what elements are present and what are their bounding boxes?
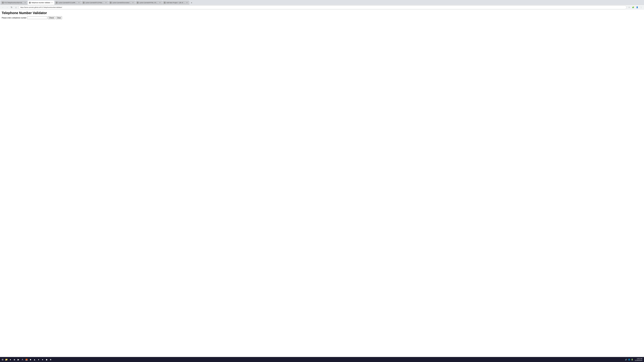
tab-tab5[interactable]: GLanie-Carmelo/Docnotes/Artis...✕: [108, 1, 135, 5]
tray-network-icon[interactable]: 🌐: [628, 358, 630, 361]
browser-chrome: GFCCTelephoneNumberValidator/...✕TTeleph…: [0, 0, 644, 10]
tab-tab4[interactable]: GLanie-Carmelo/FCCPokemonSea...✕: [82, 1, 108, 5]
tab-tab3[interactable]: GLanie-Carmelo/FCCushRegister...✕: [54, 1, 81, 5]
tray-battery-icon[interactable]: 🔋: [631, 358, 634, 361]
new-tab-button[interactable]: +: [190, 1, 194, 5]
tab-favicon-tab6: G: [137, 2, 138, 3]
taskbar-app-app1[interactable]: ■: [29, 358, 32, 361]
taskbar-app-terminal[interactable]: ▶: [16, 358, 20, 361]
clock-time: 4:05 AM: [635, 358, 642, 360]
tab-favicon-tab5: G: [110, 2, 112, 3]
extensions-button[interactable]: 🧩: [631, 5, 635, 9]
tab-tab2[interactable]: TTelephone Number Validator✕: [28, 1, 54, 5]
taskbar-app-android-studio[interactable]: A: [21, 358, 24, 361]
clear-button[interactable]: Clear: [56, 16, 62, 19]
start-button[interactable]: ⊞: [1, 358, 4, 361]
forward-button[interactable]: →: [5, 5, 9, 9]
nav-bar: ← → ↻ ⌂ ☆ 🧩 👤 ⋮: [0, 5, 644, 10]
tab-label-tab6: Lanie-Carmelo/HTML-Cheat-Sh...: [139, 2, 158, 3]
tab-label-tab1: FCCTelephoneNumberValidator/...: [4, 2, 24, 3]
form-row: Please enter a telephone number Check Cl…: [2, 16, 642, 19]
clock-date: 11/30/2024: [635, 360, 642, 361]
taskbar-app-vs-code[interactable]: ◈: [12, 358, 16, 361]
tab-close-tab5[interactable]: ✕: [132, 2, 134, 4]
tab-favicon-tab2: T: [29, 2, 31, 3]
bookmark-button[interactable]: ☆: [627, 5, 631, 9]
profile-button[interactable]: 👤: [635, 5, 639, 9]
tab-bar: GFCCTelephoneNumberValidator/...✕TTeleph…: [0, 0, 644, 5]
tab-favicon-tab1: G: [2, 2, 4, 3]
tab-favicon-tab4: G: [83, 2, 84, 3]
tab-label-tab5: Lanie-Carmelo/Docnotes/Artis...: [112, 2, 131, 3]
home-button[interactable]: ⌂: [14, 5, 18, 9]
tab-tab6[interactable]: GLanie-Carmelo/HTML-Cheat-Sh...✕: [136, 1, 162, 5]
taskbar-app-app5[interactable]: ◆: [45, 358, 48, 361]
system-tray: 🔊 🌐 🔋: [625, 358, 634, 361]
tab-tab7[interactable]: GAdd New Project - Life of a Para...✕: [162, 1, 189, 5]
taskbar-app-file-explorer[interactable]: 📁: [4, 358, 8, 361]
tab-close-tab4[interactable]: ✕: [105, 2, 107, 4]
tray-sound-icon[interactable]: 🔊: [625, 358, 628, 361]
tab-favicon-tab7: G: [164, 2, 166, 3]
tab-tab1[interactable]: GFCCTelephoneNumberValidator/...✕: [1, 1, 28, 5]
page-title: Telephone Number Validator: [2, 11, 642, 15]
taskbar-app-firefox[interactable]: 🦊: [25, 358, 28, 361]
taskbar-app-app4[interactable]: ●: [41, 358, 44, 361]
menu-button[interactable]: ⋮: [639, 5, 643, 9]
phone-input[interactable]: [27, 16, 47, 19]
page-content: Telephone Number Validator Please enter …: [0, 10, 644, 362]
taskbar-app-app6[interactable]: ★: [49, 358, 52, 361]
taskbar-app-app2[interactable]: ▲: [33, 358, 36, 361]
tab-close-tab7[interactable]: ✕: [186, 2, 188, 4]
clock[interactable]: 4:05 AM 11/30/2024: [634, 358, 643, 362]
taskbar-app-chrome-browser[interactable]: ●: [8, 358, 12, 361]
taskbar-right: 🔊 🌐 🔋 4:05 AM 11/30/2024: [625, 358, 643, 362]
tab-label-tab2: Telephone Number Validator: [31, 2, 50, 3]
tab-label-tab3: Lanie-Carmelo/FCCushRegister...: [58, 2, 77, 3]
tab-label-tab4: Lanie-Carmelo/FCCPokemonSea...: [85, 2, 104, 3]
reload-button[interactable]: ↻: [10, 5, 14, 9]
tab-label-tab7: Add New Project - Life of a Para...: [166, 2, 185, 3]
form-label: Please enter a telephone number: [2, 17, 26, 19]
tab-close-tab2[interactable]: ✕: [51, 2, 53, 4]
back-button[interactable]: ←: [1, 5, 5, 9]
nav-right: ☆ 🧩 👤 ⋮: [627, 5, 643, 9]
address-bar[interactable]: [18, 5, 626, 9]
tab-close-tab3[interactable]: ✕: [78, 2, 80, 4]
check-button[interactable]: Check: [48, 16, 55, 19]
taskbar-app-app3[interactable]: ♦: [37, 358, 40, 361]
taskbar-start: ⊞ 📁●◈▶A🦊■▲♦●◆★: [1, 358, 625, 361]
tab-favicon-tab3: G: [56, 2, 58, 3]
taskbar: ⊞ 📁●◈▶A🦊■▲♦●◆★ 🔊 🌐 🔋 4:05 AM 11/30/2024: [0, 357, 644, 362]
tab-close-tab6[interactable]: ✕: [159, 2, 161, 4]
tab-close-tab1[interactable]: ✕: [24, 2, 26, 4]
